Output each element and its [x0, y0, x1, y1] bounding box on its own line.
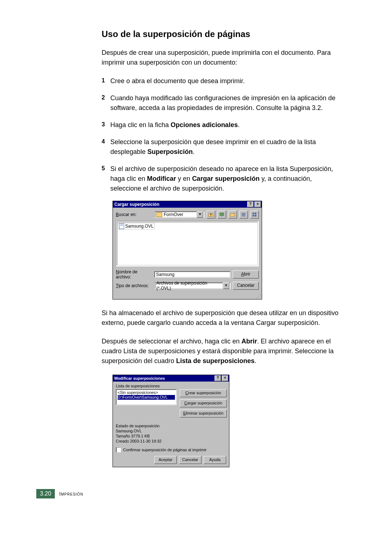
svg-rect-2	[221, 216, 222, 217]
confirm-label: Confirmar superposición de páginas al im…	[123, 448, 207, 452]
filename-input[interactable]: Samsung	[154, 271, 230, 278]
filetype-label: Tipo de archivos:	[116, 283, 152, 288]
open-button[interactable]: Abrir	[233, 270, 259, 278]
section-heading: Uso de la superposición de páginas	[102, 29, 341, 39]
help-button[interactable]: Ayuda	[204, 456, 226, 464]
step-number: 4	[102, 137, 110, 157]
file-list[interactable]: Samsung.OVL	[116, 221, 259, 266]
page-footer: 3.20 Impresión	[36, 489, 370, 498]
confirm-checkbox[interactable]	[116, 447, 121, 452]
file-item[interactable]: Samsung.OVL	[118, 223, 155, 229]
body-paragraph: Después de seleccionar el archivo, haga …	[102, 337, 341, 366]
svg-rect-8	[255, 215, 256, 216]
document-icon	[119, 223, 124, 229]
cancel-button[interactable]: Cancelar	[179, 456, 201, 464]
step-number: 2	[102, 93, 110, 113]
chevron-down-icon[interactable]: ▼	[197, 211, 203, 218]
step-text: Haga clic en la ficha Opciones adicional…	[110, 120, 341, 130]
svg-rect-5	[253, 213, 254, 214]
dialog-titlebar: Cargar superposición ? ×	[113, 201, 262, 208]
overlay-status: Estado de superposición Samsung.OVL Tama…	[116, 423, 226, 444]
close-icon[interactable]: ×	[254, 201, 261, 207]
help-icon[interactable]: ?	[247, 201, 254, 207]
create-overlay-button[interactable]: Crear superposición	[180, 389, 227, 397]
dialog-title: Cargar superposición	[114, 202, 246, 207]
step-text: Si el archivo de superposición deseado n…	[110, 164, 341, 194]
lookin-label: Buscar en:	[116, 212, 152, 217]
ok-button[interactable]: Aceptar	[154, 456, 177, 464]
step-text: Seleccione la superposición que desee im…	[110, 137, 341, 157]
step-number: 5	[102, 164, 110, 194]
footer-section-label: Impresión	[59, 491, 83, 497]
close-icon[interactable]: ×	[222, 375, 228, 381]
lookin-combo[interactable]: FormOver ▼	[154, 211, 204, 218]
load-overlay-dialog: Cargar superposición ? × Buscar en: Form…	[113, 201, 262, 300]
delete-overlay-button[interactable]: Eliminar superposición	[180, 410, 227, 417]
chevron-down-icon[interactable]: ▼	[223, 282, 229, 289]
svg-rect-6	[255, 213, 256, 214]
new-folder-icon[interactable]: *	[228, 211, 237, 219]
desktop-icon[interactable]	[217, 211, 226, 219]
list-item[interactable]: D:\FormOver\Samsung.OVL	[118, 395, 175, 400]
svg-rect-7	[253, 215, 254, 216]
steps-list: 1 Cree o abra el documento que desea imp…	[102, 76, 341, 194]
modify-overlays-dialog: Modificar superposiciones ? × Lista de s…	[113, 375, 229, 467]
folder-icon	[156, 212, 162, 217]
step-text: Cree o abra el documento que desea impri…	[110, 76, 341, 86]
cancel-button[interactable]: Cancelar	[233, 282, 259, 290]
page-number: 3.20	[36, 489, 55, 498]
step-text: Cuando haya modificado las configuracion…	[110, 93, 341, 113]
up-folder-icon[interactable]	[207, 211, 215, 219]
intro-paragraph: Después de crear una superposición, pued…	[102, 48, 341, 68]
filetype-combo[interactable]: Archivos de superposición (*.OVL) ▼	[154, 282, 230, 289]
svg-rect-1	[220, 213, 224, 216]
step-number: 1	[102, 76, 110, 86]
body-paragraph: Si ha almacenado el archivo de superposi…	[102, 308, 341, 328]
list-item[interactable]: <Sin superposiciones>	[118, 390, 175, 395]
list-label: Lista de superposiciones	[116, 384, 226, 388]
step-number: 3	[102, 120, 110, 130]
filename-label: Nombre de archivo:	[116, 269, 152, 280]
help-icon[interactable]: ?	[215, 375, 221, 381]
overlay-listbox[interactable]: <Sin superposiciones> D:\FormOver\Samsun…	[116, 389, 177, 405]
resize-grip-icon[interactable]: ⋰	[113, 295, 262, 299]
list-view-icon[interactable]	[239, 211, 248, 219]
details-view-icon[interactable]	[250, 211, 259, 219]
dialog-title: Modificar superposiciones	[114, 376, 214, 380]
load-overlay-button[interactable]: Cargar superposición	[180, 399, 227, 407]
dialog-titlebar: Modificar superposiciones ? ×	[113, 375, 229, 382]
